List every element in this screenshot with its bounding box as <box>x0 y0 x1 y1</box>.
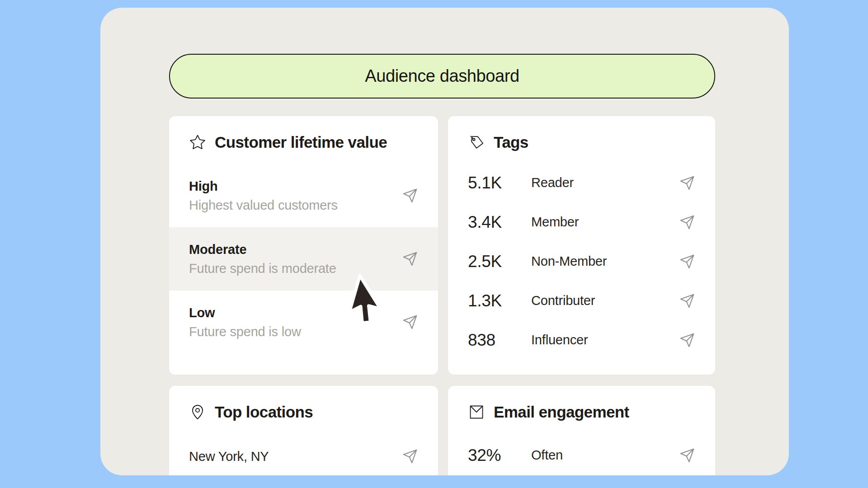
tag-label: Member <box>531 215 579 230</box>
dashboard-background: { "header": { "label": "Audience dashboa… <box>0 0 868 488</box>
card-header: Email engagement <box>448 386 715 421</box>
clv-row-list: High Highest valued customers Moderate F… <box>169 164 438 354</box>
dashboard-panel: Audience dashboard Customer lifetime val… <box>100 8 789 475</box>
send-icon[interactable] <box>679 253 695 270</box>
clv-row-label: Low <box>189 305 301 320</box>
audience-dashboard-button[interactable]: Audience dashboard <box>169 54 715 99</box>
clv-row-sublabel: Highest valued customers <box>189 198 338 213</box>
tag-row-non-member[interactable]: 2.5K Non-Member <box>448 242 715 281</box>
tag-icon <box>468 134 485 151</box>
map-pin-icon <box>189 404 206 421</box>
locations-row-list: New York, NY <box>169 436 438 475</box>
email-row-often[interactable]: 32% Often <box>448 436 715 475</box>
tag-row-reader[interactable]: 5.1K Reader <box>448 163 715 202</box>
email-label: Often <box>531 448 563 463</box>
envelope-icon <box>468 404 485 421</box>
card-title: Email engagement <box>494 403 629 421</box>
email-percent: 32% <box>468 446 531 465</box>
tag-label: Reader <box>531 175 574 190</box>
send-icon[interactable] <box>402 314 418 330</box>
tag-row-contributer[interactable]: 1.3K Contributer <box>448 281 715 320</box>
tag-count: 838 <box>468 331 531 350</box>
tag-count: 3.4K <box>468 213 531 232</box>
clv-row-low[interactable]: Low Future spend is low <box>169 291 438 354</box>
send-icon[interactable] <box>402 251 418 267</box>
card-title: Customer lifetime value <box>215 133 387 151</box>
clv-row-label: High <box>189 179 338 194</box>
tag-count: 2.5K <box>468 252 531 271</box>
star-icon <box>189 134 206 151</box>
send-icon[interactable] <box>679 332 695 348</box>
location-label: New York, NY <box>189 449 269 464</box>
location-row-new-york[interactable]: New York, NY <box>169 436 438 475</box>
clv-row-sublabel: Future spend is low <box>189 324 301 339</box>
card-header: Top locations <box>169 386 438 421</box>
tags-row-list: 5.1K Reader 3.4K Member 2.5K Non-Member <box>448 163 715 360</box>
tag-label: Influencer <box>531 333 588 347</box>
audience-dashboard-label: Audience dashboard <box>365 66 519 86</box>
clv-row-moderate[interactable]: Moderate Future spend is moderate <box>169 227 438 291</box>
card-header: Customer lifetime value <box>169 116 438 151</box>
send-icon[interactable] <box>679 293 695 309</box>
clv-row-label: Moderate <box>189 242 336 257</box>
send-icon[interactable] <box>402 188 418 204</box>
clv-row-text: High Highest valued customers <box>189 179 338 213</box>
tag-count: 5.1K <box>468 174 531 192</box>
clv-row-sublabel: Future spend is moderate <box>189 261 336 276</box>
email-row-list: 32% Often <box>448 436 715 475</box>
card-customer-lifetime-value: Customer lifetime value High Highest val… <box>169 116 438 375</box>
clv-row-text: Moderate Future spend is moderate <box>189 242 336 276</box>
card-title: Tags <box>494 133 528 151</box>
card-tags: Tags 5.1K Reader 3.4K Member 2.5K Non-Me… <box>448 116 715 375</box>
tag-count: 1.3K <box>468 291 531 310</box>
clv-row-text: Low Future spend is low <box>189 305 301 339</box>
tag-row-influencer[interactable]: 838 Influencer <box>448 320 715 360</box>
card-top-locations: Top locations New York, NY <box>169 386 438 475</box>
tag-label: Non-Member <box>531 254 607 269</box>
card-email-engagement: Email engagement 32% Often <box>448 386 715 475</box>
card-header: Tags <box>448 116 715 151</box>
send-icon[interactable] <box>679 214 695 230</box>
send-icon[interactable] <box>679 447 695 464</box>
clv-row-high[interactable]: High Highest valued customers <box>169 164 438 227</box>
send-icon[interactable] <box>402 448 418 465</box>
send-icon[interactable] <box>679 175 695 191</box>
tag-label: Contributer <box>531 293 595 308</box>
card-title: Top locations <box>215 403 313 421</box>
tag-row-member[interactable]: 3.4K Member <box>448 202 715 242</box>
